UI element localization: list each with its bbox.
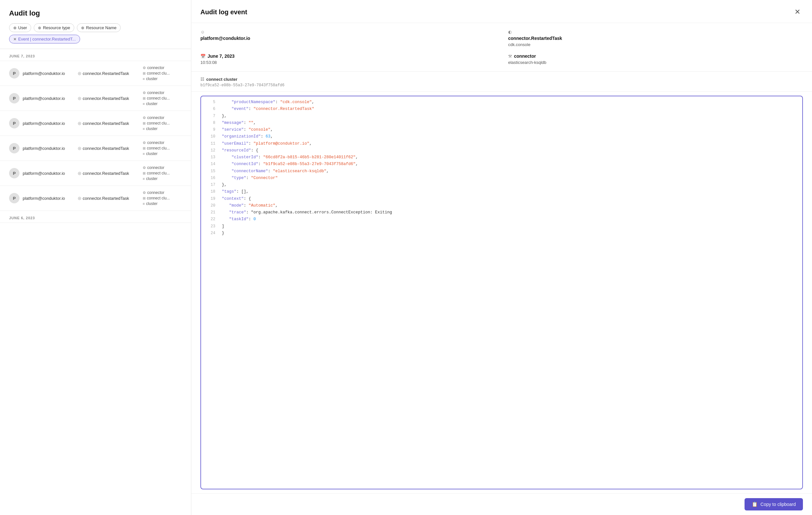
line-number: 11 [206,140,215,147]
tag-label: connector [147,165,165,170]
line-content: "taskId": 0 [222,216,256,223]
list-item: ≡cluster [143,77,170,81]
close-button[interactable]: ✕ [792,6,803,18]
connect-cluster-id: b1f9ca52-e08b-55a3-27e9-7043f758afd6 [200,83,803,88]
right-panel-title: Audit log event [200,8,247,16]
code-container[interactable]: 5 "productNamespace": "cdk.console",6 "e… [200,96,803,489]
avatar: P [9,118,20,128]
list-item: ⚙connector [143,90,170,95]
right-panel: Audit log event ✕ ☺ platform@conduktor.i… [191,0,812,515]
line-content: "service": "console", [222,126,273,133]
tag-icon: ⊞ [143,71,146,76]
meta-user: ☺ platform@conduktor.io [200,30,495,47]
filter-chip-event[interactable]: ✕Event | connector.RestartedT... [9,35,80,44]
left-panel: Audit log ⊕User⊕Resource type⊕Resource N… [0,0,191,515]
table-row[interactable]: Pplatform@conduktor.io◎connector.Restart… [0,186,191,211]
filter-chip-label: Resource type [43,25,70,30]
log-user: platform@conduktor.io [23,146,75,151]
line-content: "message": "", [222,120,256,126]
event-type-icon: ◎ [78,146,81,150]
line-content: }, [222,113,227,120]
list-item: ≡cluster [143,151,170,156]
add-filter-icon: ⊕ [81,26,84,30]
line-number: 5 [206,99,215,106]
table-row[interactable]: Pplatform@conduktor.io◎connector.Restart… [0,136,191,161]
copy-to-clipboard-button[interactable]: 📋 Copy to clipboard [745,498,803,511]
line-number: 19 [206,196,215,202]
line-number: 8 [206,120,215,126]
line-number: 21 [206,209,215,216]
event-meta: ☺ platform@conduktor.io ◐ connector.Rest… [191,23,812,72]
log-tags: ⚙connector⊞connect clu...≡cluster [143,140,170,156]
calendar-icon: 📅 [200,54,206,59]
event-icon: ◐ [508,30,512,34]
remove-filter-icon: ✕ [13,37,17,41]
table-row[interactable]: Pplatform@conduktor.io◎connector.Restart… [0,111,191,136]
copy-icon: 📋 [752,502,758,507]
date-separator-2: JUNE 6, 2023 [0,211,191,223]
code-line: 12"resourceId": { [201,147,802,154]
list-item: ⊞connect clu... [143,121,170,125]
list-item: ⚙connector [143,140,170,145]
tag-label: connect clu... [147,146,170,150]
log-user: platform@conduktor.io [23,196,75,201]
code-line: 9"service": "console", [201,126,802,133]
code-line: 11"userEmail": "platform@conduktor.io", [201,140,802,147]
log-user: platform@conduktor.io [23,71,75,76]
code-line: 5 "productNamespace": "cdk.console", [201,99,802,106]
log-rows-container: Pplatform@conduktor.io◎connector.Restart… [0,61,191,211]
right-header: Audit log event ✕ [191,0,812,23]
code-line: 17}, [201,181,802,189]
table-row[interactable]: Pplatform@conduktor.io◎connector.Restart… [0,161,191,186]
line-number: 13 [206,154,215,161]
code-line: 22 "taskId": 0 [201,216,802,223]
code-line: 10"organizationId": 63, [201,133,802,140]
table-row[interactable]: Pplatform@conduktor.io◎connector.Restart… [0,86,191,111]
avatar: P [9,93,20,104]
log-tags: ⚙connector⊞connect clu...≡cluster [143,115,170,131]
line-content: "organizationId": 63, [222,133,273,140]
filter-chip-resource-name[interactable]: ⊕Resource Name [77,23,121,32]
line-content: } [222,230,224,237]
filter-chip-resource-type[interactable]: ⊕Resource type [34,23,74,32]
line-content: }, [222,181,227,189]
meta-resource: ⚒ connector elasticsearch-ksqldb [508,54,803,65]
log-user: platform@conduktor.io [23,171,75,176]
line-number: 9 [206,126,215,133]
line-number: 17 [206,181,215,188]
list-item: ⊞connect clu... [143,171,170,175]
tag-label: connect clu... [147,121,170,125]
log-tags: ⚙connector⊞connect clu...≡cluster [143,165,170,181]
tag-label: connector [147,140,165,145]
event-type-icon: ◎ [78,96,81,101]
code-line: 6 "event": "connector.RestartedTask" [201,106,802,113]
log-user: platform@conduktor.io [23,96,75,101]
list-item: ⚙connector [143,65,170,70]
code-line: 21 "trace": "org.apache.kafka.connect.er… [201,209,802,216]
list-item: ⊞connect clu... [143,71,170,76]
list-item: ⚙connector [143,165,170,170]
log-event: ◎connector.RestartedTask [78,146,140,151]
tag-label: cluster [146,77,157,81]
tag-icon: ≡ [143,177,145,181]
event-name-label: connector.RestartedTask [83,96,129,101]
filter-chip-user[interactable]: ⊕User [9,23,31,32]
tag-label: connector [147,90,165,95]
meta-event: ◐ connector.RestartedTask cdk.console [508,30,803,47]
table-row[interactable]: Pplatform@conduktor.io◎connector.Restart… [0,61,191,86]
line-number: 22 [206,216,215,223]
code-line: 23] [201,223,802,230]
line-content: "userEmail": "platform@conduktor.io", [222,140,312,147]
code-line: 7}, [201,113,802,120]
left-header: Audit log ⊕User⊕Resource type⊕Resource N… [0,0,191,49]
line-content: "tags": [], [222,189,249,195]
list-item: ≡cluster [143,176,170,181]
list-item: ⊞connect clu... [143,196,170,200]
event-type-icon: ◎ [78,196,81,200]
tag-icon: ⚙ [143,116,146,120]
tag-icon: ≡ [143,202,145,206]
list-item: ⊞connect clu... [143,96,170,101]
resource-icon: ⚒ [508,54,512,59]
list-item: ≡cluster [143,126,170,131]
tag-label: connect clu... [147,171,170,175]
